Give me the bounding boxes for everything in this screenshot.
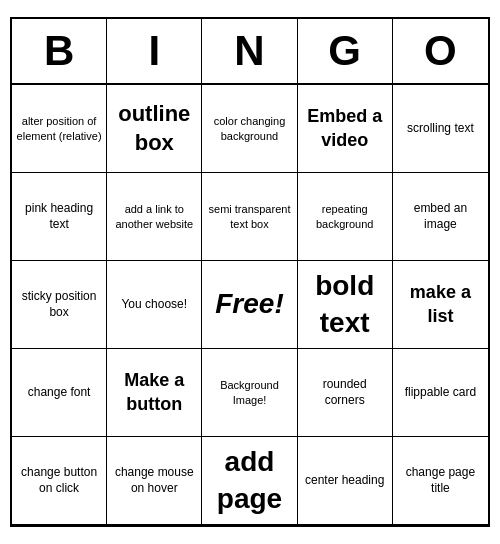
bingo-cell-10: sticky position box <box>12 261 107 349</box>
bingo-cell-3: Embed a video <box>298 85 393 173</box>
bingo-cell-2: color changing background <box>202 85 297 173</box>
bingo-cell-21: change mouse on hover <box>107 437 202 525</box>
bingo-cell-8: repeating background <box>298 173 393 261</box>
bingo-grid: alter position of element (relative)outl… <box>12 85 488 525</box>
bingo-cell-11: You choose! <box>107 261 202 349</box>
bingo-cell-14: make a list <box>393 261 488 349</box>
bingo-cell-7: semi transparent text box <box>202 173 297 261</box>
bingo-cell-17: Background Image! <box>202 349 297 437</box>
bingo-cell-4: scrolling text <box>393 85 488 173</box>
bingo-cell-12: Free! <box>202 261 297 349</box>
bingo-cell-9: embed an image <box>393 173 488 261</box>
bingo-card: BINGO alter position of element (relativ… <box>10 17 490 527</box>
bingo-cell-24: change page title <box>393 437 488 525</box>
bingo-cell-20: change button on click <box>12 437 107 525</box>
bingo-letter-n: N <box>202 19 297 83</box>
bingo-cell-19: flippable card <box>393 349 488 437</box>
bingo-cell-22: add page <box>202 437 297 525</box>
bingo-header: BINGO <box>12 19 488 85</box>
bingo-cell-1: outline box <box>107 85 202 173</box>
bingo-letter-i: I <box>107 19 202 83</box>
bingo-letter-g: G <box>298 19 393 83</box>
bingo-cell-6: add a link to another website <box>107 173 202 261</box>
bingo-cell-5: pink heading text <box>12 173 107 261</box>
bingo-cell-15: change font <box>12 349 107 437</box>
bingo-cell-16: Make a button <box>107 349 202 437</box>
bingo-cell-23: center heading <box>298 437 393 525</box>
bingo-letter-b: B <box>12 19 107 83</box>
bingo-cell-0: alter position of element (relative) <box>12 85 107 173</box>
bingo-letter-o: O <box>393 19 488 83</box>
bingo-cell-18: rounded corners <box>298 349 393 437</box>
bingo-cell-13: bold text <box>298 261 393 349</box>
